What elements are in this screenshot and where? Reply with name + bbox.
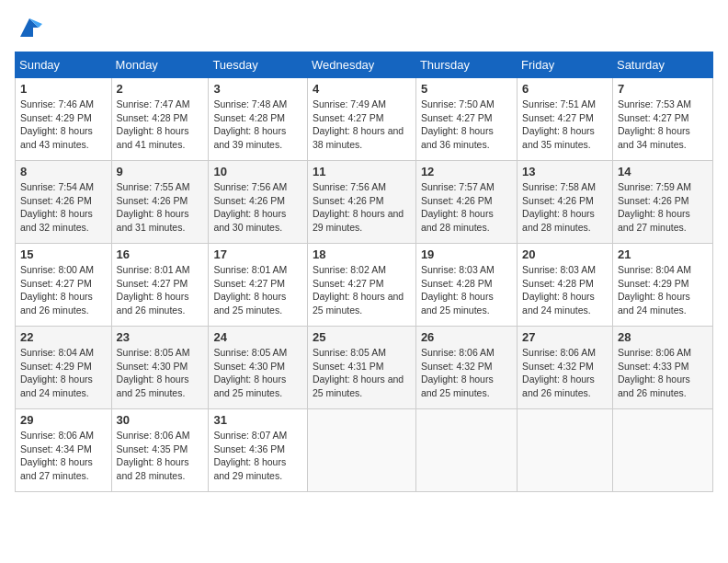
day-number: 8 — [20, 165, 107, 178]
day-number: 22 — [20, 330, 107, 344]
day-info: Sunrise: 8:06 AMSunset: 4:33 PMDaylight:… — [618, 347, 691, 398]
logo — [15, 15, 42, 40]
calendar-week-5: 29Sunrise: 8:06 AMSunset: 4:34 PMDayligh… — [16, 409, 713, 492]
calendar-cell: 17Sunrise: 8:01 AMSunset: 4:27 PMDayligh… — [209, 244, 308, 327]
day-header-saturday: Saturday — [612, 52, 712, 78]
calendar-cell: 13Sunrise: 7:58 AMSunset: 4:26 PMDayligh… — [518, 161, 613, 244]
calendar-header-row: SundayMondayTuesdayWednesdayThursdayFrid… — [16, 52, 713, 78]
day-info: Sunrise: 8:05 AMSunset: 4:31 PMDaylight:… — [313, 347, 404, 398]
calendar-cell: 3Sunrise: 7:48 AMSunset: 4:28 PMDaylight… — [209, 78, 308, 161]
calendar-cell: 16Sunrise: 8:01 AMSunset: 4:27 PMDayligh… — [111, 244, 209, 327]
day-number: 25 — [313, 330, 411, 344]
calendar-cell: 1Sunrise: 7:46 AMSunset: 4:29 PMDaylight… — [16, 78, 112, 161]
calendar-cell: 2Sunrise: 7:47 AMSunset: 4:28 PMDaylight… — [111, 78, 209, 161]
day-info: Sunrise: 7:48 AMSunset: 4:28 PMDaylight:… — [213, 98, 287, 150]
day-info: Sunrise: 8:05 AMSunset: 4:30 PMDaylight:… — [213, 347, 287, 398]
day-info: Sunrise: 8:06 AMSunset: 4:34 PMDaylight:… — [20, 430, 94, 481]
day-info: Sunrise: 7:56 AMSunset: 4:26 PMDaylight:… — [213, 181, 287, 233]
calendar-cell: 24Sunrise: 8:05 AMSunset: 4:30 PMDayligh… — [209, 327, 308, 409]
calendar-body: 1Sunrise: 7:46 AMSunset: 4:29 PMDaylight… — [16, 78, 713, 492]
day-info: Sunrise: 7:47 AMSunset: 4:28 PMDaylight:… — [117, 98, 190, 150]
day-header-sunday: Sunday — [16, 52, 112, 78]
day-info: Sunrise: 8:06 AMSunset: 4:32 PMDaylight:… — [421, 347, 495, 398]
day-number: 10 — [213, 165, 302, 178]
day-number: 6 — [522, 82, 608, 96]
calendar-cell: 5Sunrise: 7:50 AMSunset: 4:27 PMDaylight… — [415, 78, 517, 161]
calendar-table: SundayMondayTuesdayWednesdayThursdayFrid… — [15, 52, 713, 492]
day-header-friday: Friday — [518, 52, 613, 78]
day-info: Sunrise: 7:54 AMSunset: 4:26 PMDaylight:… — [20, 181, 94, 233]
day-number: 20 — [522, 247, 608, 261]
day-info: Sunrise: 8:05 AMSunset: 4:30 PMDaylight:… — [117, 347, 190, 398]
day-number: 13 — [522, 165, 608, 178]
day-info: Sunrise: 7:57 AMSunset: 4:26 PMDaylight:… — [421, 181, 495, 233]
calendar-cell: 23Sunrise: 8:05 AMSunset: 4:30 PMDayligh… — [111, 327, 209, 409]
calendar-cell — [415, 409, 517, 492]
logo-icon — [17, 15, 42, 40]
day-info: Sunrise: 8:03 AMSunset: 4:28 PMDaylight:… — [522, 264, 596, 316]
day-info: Sunrise: 8:01 AMSunset: 4:27 PMDaylight:… — [213, 264, 287, 316]
header — [15, 15, 713, 40]
calendar-cell — [612, 409, 712, 492]
day-info: Sunrise: 8:06 AMSunset: 4:32 PMDaylight:… — [522, 347, 596, 398]
calendar-cell: 19Sunrise: 8:03 AMSunset: 4:28 PMDayligh… — [415, 244, 517, 327]
day-header-thursday: Thursday — [415, 52, 517, 78]
day-number: 3 — [213, 82, 302, 96]
day-header-monday: Monday — [111, 52, 209, 78]
day-number: 29 — [20, 413, 107, 427]
calendar-cell: 28Sunrise: 8:06 AMSunset: 4:33 PMDayligh… — [612, 327, 712, 409]
calendar-cell: 27Sunrise: 8:06 AMSunset: 4:32 PMDayligh… — [518, 327, 613, 409]
day-info: Sunrise: 8:06 AMSunset: 4:35 PMDaylight:… — [117, 430, 190, 481]
day-number: 11 — [313, 165, 411, 178]
calendar-cell: 25Sunrise: 8:05 AMSunset: 4:31 PMDayligh… — [307, 327, 415, 409]
calendar-cell: 7Sunrise: 7:53 AMSunset: 4:27 PMDaylight… — [612, 78, 712, 161]
calendar-week-2: 8Sunrise: 7:54 AMSunset: 4:26 PMDaylight… — [16, 161, 713, 244]
day-number: 4 — [313, 82, 411, 96]
calendar-cell: 4Sunrise: 7:49 AMSunset: 4:27 PMDaylight… — [307, 78, 415, 161]
day-number: 2 — [117, 82, 204, 96]
day-info: Sunrise: 7:58 AMSunset: 4:26 PMDaylight:… — [522, 181, 596, 233]
day-info: Sunrise: 7:49 AMSunset: 4:27 PMDaylight:… — [313, 98, 404, 150]
day-number: 19 — [421, 247, 512, 261]
calendar-cell: 18Sunrise: 8:02 AMSunset: 4:27 PMDayligh… — [307, 244, 415, 327]
day-info: Sunrise: 8:01 AMSunset: 4:27 PMDaylight:… — [117, 264, 190, 316]
day-number: 30 — [117, 413, 204, 427]
calendar-cell: 20Sunrise: 8:03 AMSunset: 4:28 PMDayligh… — [518, 244, 613, 327]
calendar-week-4: 22Sunrise: 8:04 AMSunset: 4:29 PMDayligh… — [16, 327, 713, 409]
day-number: 23 — [117, 330, 204, 344]
day-number: 1 — [20, 82, 107, 96]
day-info: Sunrise: 7:59 AMSunset: 4:26 PMDaylight:… — [618, 181, 691, 233]
day-number: 31 — [213, 413, 302, 427]
calendar-cell: 22Sunrise: 8:04 AMSunset: 4:29 PMDayligh… — [16, 327, 112, 409]
calendar-cell: 26Sunrise: 8:06 AMSunset: 4:32 PMDayligh… — [415, 327, 517, 409]
calendar-cell: 9Sunrise: 7:55 AMSunset: 4:26 PMDaylight… — [111, 161, 209, 244]
day-info: Sunrise: 7:50 AMSunset: 4:27 PMDaylight:… — [421, 98, 495, 150]
day-number: 18 — [313, 247, 411, 261]
day-info: Sunrise: 8:02 AMSunset: 4:27 PMDaylight:… — [313, 264, 404, 316]
calendar-cell — [307, 409, 415, 492]
calendar-cell: 30Sunrise: 8:06 AMSunset: 4:35 PMDayligh… — [111, 409, 209, 492]
day-info: Sunrise: 7:56 AMSunset: 4:26 PMDaylight:… — [313, 181, 404, 233]
day-number: 28 — [618, 330, 708, 344]
day-info: Sunrise: 7:51 AMSunset: 4:27 PMDaylight:… — [522, 98, 596, 150]
day-header-tuesday: Tuesday — [209, 52, 308, 78]
calendar-cell: 12Sunrise: 7:57 AMSunset: 4:26 PMDayligh… — [415, 161, 517, 244]
day-info: Sunrise: 7:55 AMSunset: 4:26 PMDaylight:… — [117, 181, 190, 233]
day-info: Sunrise: 8:04 AMSunset: 4:29 PMDaylight:… — [20, 347, 94, 398]
calendar-cell: 10Sunrise: 7:56 AMSunset: 4:26 PMDayligh… — [209, 161, 308, 244]
calendar-cell: 14Sunrise: 7:59 AMSunset: 4:26 PMDayligh… — [612, 161, 712, 244]
day-info: Sunrise: 7:53 AMSunset: 4:27 PMDaylight:… — [618, 98, 691, 150]
calendar-cell: 8Sunrise: 7:54 AMSunset: 4:26 PMDaylight… — [16, 161, 112, 244]
calendar-cell: 31Sunrise: 8:07 AMSunset: 4:36 PMDayligh… — [209, 409, 308, 492]
day-number: 24 — [213, 330, 302, 344]
calendar-cell: 29Sunrise: 8:06 AMSunset: 4:34 PMDayligh… — [16, 409, 112, 492]
day-number: 12 — [421, 165, 512, 178]
day-number: 9 — [117, 165, 204, 178]
day-number: 26 — [421, 330, 512, 344]
day-header-wednesday: Wednesday — [307, 52, 415, 78]
day-info: Sunrise: 7:46 AMSunset: 4:29 PMDaylight:… — [20, 98, 94, 150]
day-number: 16 — [117, 247, 204, 261]
calendar-cell: 15Sunrise: 8:00 AMSunset: 4:27 PMDayligh… — [16, 244, 112, 327]
day-number: 17 — [213, 247, 302, 261]
calendar-week-3: 15Sunrise: 8:00 AMSunset: 4:27 PMDayligh… — [16, 244, 713, 327]
